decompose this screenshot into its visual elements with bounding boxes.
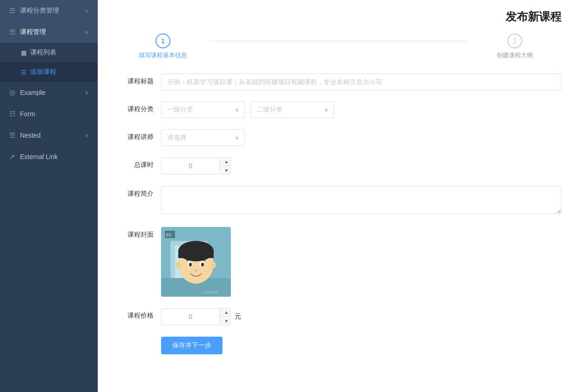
course-title-wrap [161,73,561,90]
chevron-down-icon: ∨ [235,135,239,141]
price-arrows: ▲ ▼ [220,308,231,326]
external-link-icon: ↗ [9,153,15,161]
sidebar-item-label: 课程管理 [20,28,85,36]
svg-point-9 [189,263,192,266]
sidebar-item-label: 课程分类管理 [20,7,85,15]
step-circle-1: 1 [155,33,170,48]
duration-increment-button[interactable]: ▲ [220,158,231,166]
sidebar-item-label: Example [20,89,85,96]
course-title-label: 课程标题 [116,73,154,86]
sidebar-item-external-link[interactable]: ↗ External Link [0,146,98,167]
svg-point-11 [176,262,181,268]
svg-rect-6 [178,251,214,258]
course-category-label: 课程分类 [116,101,154,113]
svg-point-10 [201,263,204,266]
form-row-save: 保存并下一步 [116,337,561,354]
sidebar-item-label: Nested [20,132,85,139]
price-unit: 元 [235,312,241,321]
form-row-duration: 总课时 0 ▲ ▼ [116,157,561,175]
settings-icon: ◎ [9,88,15,97]
sidebar-item-label: Form [20,110,88,118]
sidebar-item-course-category-mgmt[interactable]: ☰ 课程分类管理 ∨ [0,0,98,21]
course-intro-textarea[interactable] [161,186,561,214]
lecturer-placeholder: 请选择 [167,133,187,142]
course-category-wrap: 一级分类 ∨ 二级分类 ∨ [161,101,561,118]
form-row-price: 课程价格 0 ▲ ▼ 元 [116,308,561,326]
sidebar-item-label: External Link [20,153,88,160]
step-1: 1 填写课程基本信息 [116,33,209,60]
save-wrap: 保存并下一步 [161,337,561,354]
form-container: 课程标题 课程分类 一级分类 ∨ 二级分类 ∨ [98,69,580,384]
duration-wrap: 0 ▲ ▼ [161,157,561,175]
sidebar: ☰ 课程分类管理 ∨ ☰ 课程管理 ∧ ▦ 课程列表 ☰ 添加课程 ◎ Exam… [0,0,98,392]
chevron-down-icon: ∨ [85,8,88,14]
price-decrement-button[interactable]: ▼ [220,317,231,325]
category2-select[interactable]: 二级分类 ∨ [250,101,334,118]
svg-text:FC: FC [166,233,172,237]
form-row-intro: 课程简介 [116,186,561,216]
cover-label: 课程封面 [116,227,154,239]
save-next-button[interactable]: 保存并下一步 [161,337,223,354]
grid-icon: ▦ [21,49,27,56]
intro-wrap [161,186,561,216]
step-label-1: 填写课程基本信息 [139,51,187,60]
price-wrap: 0 ▲ ▼ 元 [161,308,561,326]
duration-input[interactable]: 0 [161,158,220,174]
cover-image: FC 2021年8月 [161,227,231,297]
price-increment-button[interactable]: ▲ [220,308,231,317]
step-label-2: 创建课程大纲 [497,51,533,60]
sidebar-subitem-add-course[interactable]: ☰ 添加课程 [0,62,98,82]
page-header: 发布新课程 [98,0,580,29]
price-input[interactable]: 0 [161,308,220,325]
step-2: 2 创建课程大纲 [468,33,561,60]
sidebar-subitem-label: 添加课程 [30,68,56,76]
form-row-category: 课程分类 一级分类 ∨ 二级分类 ∨ [116,101,561,118]
cover-upload-box[interactable]: FC 2021年8月 [161,227,231,297]
price-number-input: 0 ▲ ▼ [161,308,231,326]
step-circle-2: 2 [507,33,522,48]
chevron-down-icon: ∨ [235,107,239,113]
form-row-cover: 课程封面 [116,227,561,297]
lecturer-wrap: 请选择 ∨ [161,129,561,146]
svg-text:2021年8月: 2021年8月 [203,291,218,294]
lecturer-select[interactable]: 请选择 ∨ [161,129,245,146]
sidebar-item-form[interactable]: ☷ Form [0,103,98,125]
steps-container: 1 填写课程基本信息 2 创建课程大纲 [98,29,580,69]
duration-number-input: 0 ▲ ▼ [161,157,231,175]
list-icon: ☰ [21,69,27,76]
list-icon: ☰ [9,28,15,36]
main-content: 发布新课程 1 填写课程基本信息 2 创建课程大纲 课程标题 课程分类 [98,0,580,392]
chevron-down-icon: ∨ [85,90,88,96]
intro-label: 课程简介 [116,186,154,198]
svg-point-12 [211,262,216,268]
category-selects: 一级分类 ∨ 二级分类 ∨ [161,101,561,118]
duration-arrows: ▲ ▼ [220,157,231,175]
cover-wrap: FC 2021年8月 [161,227,561,297]
duration-decrement-button[interactable]: ▼ [220,166,231,174]
sidebar-subitem-label: 课程列表 [30,48,56,57]
price-label: 课程价格 [116,308,154,320]
course-title-input[interactable] [161,73,561,90]
nested-icon: ☰ [9,131,15,140]
category2-placeholder: 二级分类 [256,106,283,114]
sidebar-subitem-course-list[interactable]: ▦ 课程列表 [0,43,98,62]
price-input-group: 0 ▲ ▼ 元 [161,308,561,326]
page-title: 发布新课程 [506,9,561,24]
sidebar-item-example[interactable]: ◎ Example ∨ [0,82,98,103]
chevron-down-icon: ∨ [85,133,88,139]
duration-label: 总课时 [116,157,154,169]
form-row-title: 课程标题 [116,73,561,90]
category1-placeholder: 一级分类 [167,106,193,114]
step-divider [209,41,468,41]
sidebar-item-nested[interactable]: ☰ Nested ∨ [0,125,98,146]
form-row-lecturer: 课程讲师 请选择 ∨ [116,129,561,146]
list-icon: ☰ [9,7,15,15]
document-icon: ☷ [9,110,15,118]
category1-select[interactable]: 一级分类 ∨ [161,101,245,118]
lecturer-label: 课程讲师 [116,129,154,141]
save-spacer [116,337,154,340]
chevron-down-icon: ∨ [324,107,328,113]
sidebar-item-course-mgmt[interactable]: ☰ 课程管理 ∧ [0,21,98,43]
chevron-up-icon: ∧ [85,29,88,35]
